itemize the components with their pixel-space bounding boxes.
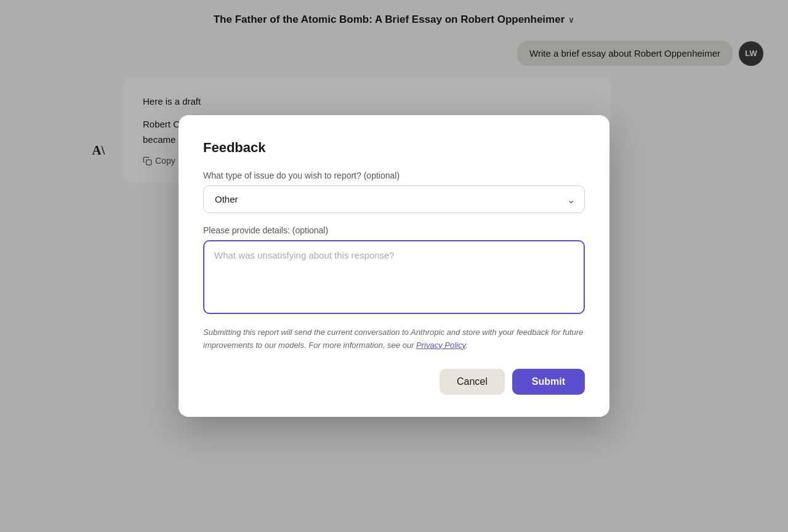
details-textarea-wrapper bbox=[203, 240, 585, 316]
issue-type-select-wrapper: Harmful or offensive content Not helpful… bbox=[203, 185, 585, 213]
modal-title: Feedback bbox=[203, 140, 585, 156]
privacy-policy-link[interactable]: Privacy Policy bbox=[416, 341, 465, 350]
privacy-note: Submitting this report will send the cur… bbox=[203, 326, 585, 351]
cancel-button[interactable]: Cancel bbox=[440, 369, 505, 395]
modal-footer: Cancel Submit bbox=[203, 369, 585, 395]
details-label: Please provide details: (optional) bbox=[203, 225, 585, 235]
issue-type-select[interactable]: Harmful or offensive content Not helpful… bbox=[203, 185, 585, 213]
details-textarea[interactable] bbox=[203, 240, 585, 314]
modal-overlay: Feedback What type of issue do you wish … bbox=[0, 0, 788, 532]
issue-type-label: What type of issue do you wish to report… bbox=[203, 171, 585, 180]
submit-button[interactable]: Submit bbox=[512, 369, 585, 395]
feedback-modal: Feedback What type of issue do you wish … bbox=[179, 115, 609, 416]
